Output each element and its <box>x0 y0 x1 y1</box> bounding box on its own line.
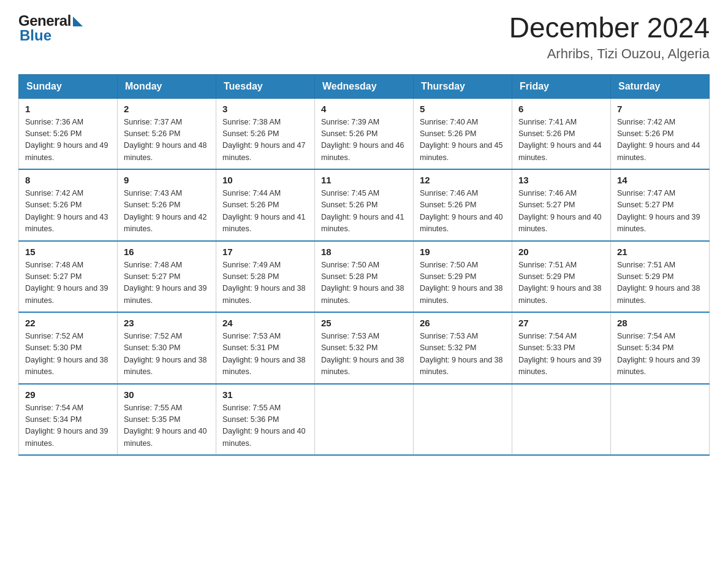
table-row: 6 Sunrise: 7:41 AMSunset: 5:26 PMDayligh… <box>512 98 611 169</box>
day-number: 16 <box>124 247 210 257</box>
table-row: 11 Sunrise: 7:45 AMSunset: 5:26 PMDaylig… <box>315 169 414 241</box>
day-info: Sunrise: 7:46 AMSunset: 5:26 PMDaylight:… <box>420 188 506 236</box>
day-number: 25 <box>321 318 407 328</box>
table-row <box>315 384 414 456</box>
day-info: Sunrise: 7:48 AMSunset: 5:27 PMDaylight:… <box>124 259 210 307</box>
table-row: 31 Sunrise: 7:55 AMSunset: 5:36 PMDaylig… <box>216 384 315 456</box>
logo-triangle-icon <box>73 17 83 26</box>
page-title: December 2024 <box>509 12 710 44</box>
day-info: Sunrise: 7:40 AMSunset: 5:26 PMDaylight:… <box>420 117 506 164</box>
day-info: Sunrise: 7:47 AMSunset: 5:27 PMDaylight:… <box>617 188 703 236</box>
day-number: 4 <box>321 104 407 114</box>
day-info: Sunrise: 7:54 AMSunset: 5:33 PMDaylight:… <box>518 331 604 378</box>
col-wednesday: Wednesday <box>315 74 414 98</box>
col-saturday: Saturday <box>611 74 710 98</box>
day-info: Sunrise: 7:36 AMSunset: 5:26 PMDaylight:… <box>25 117 111 164</box>
day-info: Sunrise: 7:53 AMSunset: 5:31 PMDaylight:… <box>222 331 308 378</box>
table-row: 8 Sunrise: 7:42 AMSunset: 5:26 PMDayligh… <box>19 169 118 241</box>
day-info: Sunrise: 7:48 AMSunset: 5:27 PMDaylight:… <box>25 259 111 307</box>
day-number: 9 <box>124 175 210 185</box>
day-number: 22 <box>25 318 111 328</box>
day-number: 10 <box>222 175 308 185</box>
calendar-week-row: 8 Sunrise: 7:42 AMSunset: 5:26 PMDayligh… <box>19 169 710 241</box>
day-info: Sunrise: 7:50 AMSunset: 5:28 PMDaylight:… <box>321 259 407 307</box>
day-info: Sunrise: 7:41 AMSunset: 5:26 PMDaylight:… <box>518 117 604 164</box>
title-block: December 2024 Arhribs, Tizi Ouzou, Alger… <box>509 12 710 62</box>
table-row: 3 Sunrise: 7:38 AMSunset: 5:26 PMDayligh… <box>216 98 315 169</box>
col-tuesday: Tuesday <box>216 74 315 98</box>
day-number: 6 <box>518 104 604 114</box>
page-header: General Blue December 2024 Arhribs, Tizi… <box>18 12 710 62</box>
table-row: 5 Sunrise: 7:40 AMSunset: 5:26 PMDayligh… <box>414 98 512 169</box>
day-number: 18 <box>321 247 407 257</box>
day-number: 15 <box>25 247 111 257</box>
day-number: 3 <box>222 104 308 114</box>
col-friday: Friday <box>512 74 611 98</box>
day-info: Sunrise: 7:49 AMSunset: 5:28 PMDaylight:… <box>222 259 308 307</box>
day-number: 19 <box>420 247 506 257</box>
day-info: Sunrise: 7:51 AMSunset: 5:29 PMDaylight:… <box>518 259 604 307</box>
day-info: Sunrise: 7:37 AMSunset: 5:26 PMDaylight:… <box>124 117 210 164</box>
col-sunday: Sunday <box>19 74 118 98</box>
table-row: 20 Sunrise: 7:51 AMSunset: 5:29 PMDaylig… <box>512 241 611 313</box>
day-info: Sunrise: 7:42 AMSunset: 5:26 PMDaylight:… <box>617 117 703 164</box>
table-row: 2 Sunrise: 7:37 AMSunset: 5:26 PMDayligh… <box>118 98 216 169</box>
table-row: 18 Sunrise: 7:50 AMSunset: 5:28 PMDaylig… <box>315 241 414 313</box>
day-info: Sunrise: 7:52 AMSunset: 5:30 PMDaylight:… <box>124 331 210 378</box>
calendar-week-row: 22 Sunrise: 7:52 AMSunset: 5:30 PMDaylig… <box>19 312 710 384</box>
table-row: 14 Sunrise: 7:47 AMSunset: 5:27 PMDaylig… <box>611 169 710 241</box>
table-row <box>512 384 611 456</box>
day-number: 27 <box>518 318 604 328</box>
day-info: Sunrise: 7:44 AMSunset: 5:26 PMDaylight:… <box>222 188 308 236</box>
day-info: Sunrise: 7:53 AMSunset: 5:32 PMDaylight:… <box>321 331 407 378</box>
calendar-header-row: Sunday Monday Tuesday Wednesday Thursday… <box>19 74 710 98</box>
table-row: 24 Sunrise: 7:53 AMSunset: 5:31 PMDaylig… <box>216 312 315 384</box>
day-number: 20 <box>518 247 604 257</box>
day-number: 24 <box>222 318 308 328</box>
calendar-week-row: 1 Sunrise: 7:36 AMSunset: 5:26 PMDayligh… <box>19 98 710 169</box>
day-info: Sunrise: 7:51 AMSunset: 5:29 PMDaylight:… <box>617 259 703 307</box>
day-number: 8 <box>25 175 111 185</box>
table-row: 28 Sunrise: 7:54 AMSunset: 5:34 PMDaylig… <box>611 312 710 384</box>
table-row: 19 Sunrise: 7:50 AMSunset: 5:29 PMDaylig… <box>414 241 512 313</box>
day-number: 14 <box>617 175 703 185</box>
col-monday: Monday <box>118 74 216 98</box>
day-number: 2 <box>124 104 210 114</box>
table-row: 16 Sunrise: 7:48 AMSunset: 5:27 PMDaylig… <box>118 241 216 313</box>
calendar-week-row: 29 Sunrise: 7:54 AMSunset: 5:34 PMDaylig… <box>19 384 710 456</box>
table-row: 1 Sunrise: 7:36 AMSunset: 5:26 PMDayligh… <box>19 98 118 169</box>
calendar-week-row: 15 Sunrise: 7:48 AMSunset: 5:27 PMDaylig… <box>19 241 710 313</box>
day-info: Sunrise: 7:45 AMSunset: 5:26 PMDaylight:… <box>321 188 407 236</box>
day-info: Sunrise: 7:54 AMSunset: 5:34 PMDaylight:… <box>617 331 703 378</box>
table-row: 25 Sunrise: 7:53 AMSunset: 5:32 PMDaylig… <box>315 312 414 384</box>
day-number: 30 <box>124 389 210 400</box>
table-row <box>611 384 710 456</box>
day-number: 26 <box>420 318 506 328</box>
day-info: Sunrise: 7:54 AMSunset: 5:34 PMDaylight:… <box>25 402 111 450</box>
day-number: 17 <box>222 247 308 257</box>
day-number: 28 <box>617 318 703 328</box>
day-info: Sunrise: 7:46 AMSunset: 5:27 PMDaylight:… <box>518 188 604 236</box>
table-row: 23 Sunrise: 7:52 AMSunset: 5:30 PMDaylig… <box>118 312 216 384</box>
logo-text-blue: Blue <box>18 27 51 44</box>
table-row: 4 Sunrise: 7:39 AMSunset: 5:26 PMDayligh… <box>315 98 414 169</box>
day-number: 29 <box>25 389 111 400</box>
day-number: 5 <box>420 104 506 114</box>
day-info: Sunrise: 7:39 AMSunset: 5:26 PMDaylight:… <box>321 117 407 164</box>
table-row <box>414 384 512 456</box>
day-info: Sunrise: 7:50 AMSunset: 5:29 PMDaylight:… <box>420 259 506 307</box>
table-row: 22 Sunrise: 7:52 AMSunset: 5:30 PMDaylig… <box>19 312 118 384</box>
day-number: 23 <box>124 318 210 328</box>
day-info: Sunrise: 7:43 AMSunset: 5:26 PMDaylight:… <box>124 188 210 236</box>
day-number: 21 <box>617 247 703 257</box>
day-info: Sunrise: 7:55 AMSunset: 5:36 PMDaylight:… <box>222 402 308 450</box>
table-row: 17 Sunrise: 7:49 AMSunset: 5:28 PMDaylig… <box>216 241 315 313</box>
table-row: 9 Sunrise: 7:43 AMSunset: 5:26 PMDayligh… <box>118 169 216 241</box>
day-number: 1 <box>25 104 111 114</box>
table-row: 29 Sunrise: 7:54 AMSunset: 5:34 PMDaylig… <box>19 384 118 456</box>
day-number: 12 <box>420 175 506 185</box>
day-number: 7 <box>617 104 703 114</box>
day-info: Sunrise: 7:55 AMSunset: 5:35 PMDaylight:… <box>124 402 210 450</box>
table-row: 7 Sunrise: 7:42 AMSunset: 5:26 PMDayligh… <box>611 98 710 169</box>
table-row: 27 Sunrise: 7:54 AMSunset: 5:33 PMDaylig… <box>512 312 611 384</box>
